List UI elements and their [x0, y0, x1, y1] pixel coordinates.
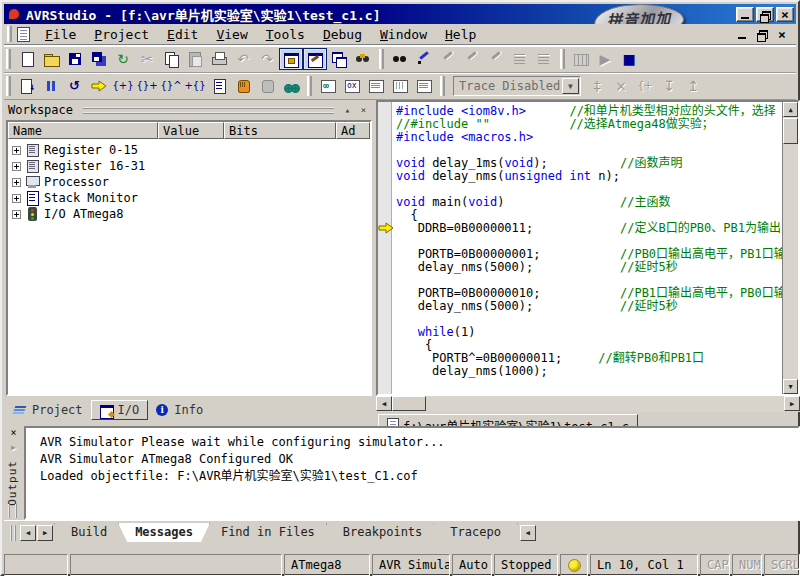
trace-grid-button[interactable] [569, 48, 593, 70]
vertical-scroll-thumb[interactable] [783, 118, 798, 144]
memory-window-button[interactable] [388, 75, 412, 97]
workspace-close-button[interactable]: × [357, 104, 370, 116]
reload-button[interactable]: ↻ [111, 48, 135, 70]
tabs-scroll-left-icon[interactable]: ◀ [20, 525, 36, 541]
scroll-up-icon[interactable]: ▲ [783, 102, 798, 117]
tabs-scroll-end-icon[interactable]: ◀ [520, 525, 536, 541]
redo-button[interactable]: ↷ [255, 48, 279, 70]
menu-project[interactable]: Project [85, 25, 158, 44]
break-button[interactable] [231, 75, 255, 97]
close-button[interactable] [776, 7, 794, 22]
step-out-button[interactable]: {}^ [159, 75, 183, 97]
tree-item-processor[interactable]: Processor [8, 174, 370, 190]
workspace-tab-io[interactable]: I/O [91, 400, 149, 420]
tree-item-register-16-31[interactable]: Register 16-31 [8, 158, 370, 174]
output-close-icon[interactable]: × [7, 428, 20, 440]
document-icon[interactable] [17, 27, 30, 42]
register-window-button[interactable] [340, 75, 364, 97]
menu-debug[interactable]: Debug [314, 25, 371, 44]
pause-button[interactable] [39, 75, 63, 97]
restore-button[interactable] [756, 7, 774, 22]
cascade-windows-button[interactable] [327, 48, 351, 70]
tree-item-stack-monitor[interactable]: Stack Monitor [8, 190, 370, 206]
expand-plus-icon[interactable] [12, 162, 21, 171]
step-over-button[interactable]: {}+ [135, 75, 159, 97]
find-button[interactable] [388, 48, 412, 70]
workspace-tab-info[interactable]: Info [148, 400, 211, 420]
print-button[interactable] [207, 48, 231, 70]
chevron-down-icon[interactable]: ▼ [562, 78, 579, 94]
bottom-tab-build[interactable]: Build [54, 523, 124, 542]
run-button[interactable]: ▶ [593, 48, 617, 70]
stop-button[interactable]: ■ [617, 48, 641, 70]
watch-window-button[interactable] [316, 75, 340, 97]
bottom-tab-breakpoints[interactable]: Breakpoints [326, 523, 439, 542]
reset-button[interactable] [63, 75, 87, 97]
editor-horizontal-scrollbar[interactable]: ◀ ▶ [376, 396, 800, 412]
toggle-workspace-button[interactable] [279, 48, 303, 70]
output-expand-icon[interactable]: ▶ [7, 442, 20, 454]
add-trace-point-button[interactable]: ‡ [585, 75, 609, 97]
column-header-name[interactable]: Name [8, 122, 158, 139]
auto-step-button[interactable] [207, 75, 231, 97]
code-editor[interactable]: #include <iom8v.h> //和单片机类型相对应的头文件，选择//#… [376, 100, 800, 396]
scroll-down-icon[interactable]: ▼ [783, 379, 798, 394]
scroll-left-icon[interactable]: ◀ [376, 396, 392, 411]
bottom-tab-find-in-files[interactable]: Find in Files [204, 523, 332, 542]
clear-bookmarks-button[interactable] [484, 48, 508, 70]
workspace-pin-button[interactable]: ▴ [341, 104, 354, 116]
editor-gutter[interactable] [378, 102, 392, 394]
expand-plus-icon[interactable] [12, 210, 21, 219]
undo-button[interactable]: ↶ [231, 48, 255, 70]
horizontal-scroll-thumb[interactable] [392, 396, 426, 411]
break-all-button[interactable] [255, 75, 279, 97]
output-log[interactable]: AVR Simulator Please wait while configur… [24, 426, 800, 520]
expand-plus-icon[interactable] [12, 194, 21, 203]
workspace-drag-grip[interactable] [83, 107, 334, 114]
menu-view[interactable]: View [207, 25, 256, 44]
column-header-bits[interactable]: Bits [224, 122, 336, 139]
toggle-bookmark-button[interactable] [412, 48, 436, 70]
minimize-button[interactable] [736, 7, 754, 22]
tree-item-register-0-15[interactable]: Register 0-15 [8, 142, 370, 158]
output-drag-grip[interactable] [8, 504, 17, 518]
new-file-button[interactable] [15, 48, 39, 70]
bottom-tab-tracepo[interactable]: Tracepo [433, 523, 518, 542]
tabs-scroll-right-icon[interactable]: ▶ [37, 525, 53, 541]
step-into-button[interactable]: {+} [111, 75, 135, 97]
menu-tools[interactable]: Tools [257, 25, 314, 44]
save-file-button[interactable] [63, 48, 87, 70]
next-bookmark-button[interactable] [436, 48, 460, 70]
step-cursor-button[interactable] [87, 75, 111, 97]
toggle-output-button[interactable] [303, 48, 327, 70]
trace-down-button[interactable]: ↧ [657, 75, 681, 97]
output-window-button[interactable] [364, 75, 388, 97]
tab-bar-grip[interactable] [10, 525, 16, 541]
column-header-value[interactable]: Value [158, 122, 224, 139]
assemble-button[interactable] [15, 75, 39, 97]
find-in-files-button[interactable] [351, 48, 375, 70]
save-all-button[interactable] [87, 48, 111, 70]
cut-button[interactable]: ✂ [135, 48, 159, 70]
child-close-button[interactable] [774, 27, 790, 41]
column-header-ad[interactable]: Ad [336, 122, 370, 139]
trace-up-button[interactable]: ↥ [681, 75, 705, 97]
io-view-button[interactable] [412, 75, 436, 97]
copy-button[interactable] [159, 48, 183, 70]
show-next-statement-button[interactable] [279, 75, 303, 97]
remove-trace-button[interactable]: × [609, 75, 633, 97]
trace-step-button[interactable]: {+ [633, 75, 657, 97]
paste-button[interactable] [183, 48, 207, 70]
menu-file[interactable]: File [36, 25, 85, 44]
menu-edit[interactable]: Edit [158, 25, 207, 44]
menu-grip[interactable] [7, 26, 12, 42]
outdent-button[interactable] [532, 48, 556, 70]
workspace-tab-project[interactable]: Project [6, 400, 91, 420]
horizontal-scroll-track[interactable] [426, 396, 784, 412]
child-restore-button[interactable] [754, 27, 770, 41]
child-minimize-button[interactable] [734, 27, 750, 41]
expand-plus-icon[interactable] [12, 178, 21, 187]
tree-item-i-o-atmega8[interactable]: I/O ATmega8 [8, 206, 370, 222]
menu-window[interactable]: Window [371, 25, 436, 44]
run-to-cursor-button[interactable]: +{} [183, 75, 207, 97]
